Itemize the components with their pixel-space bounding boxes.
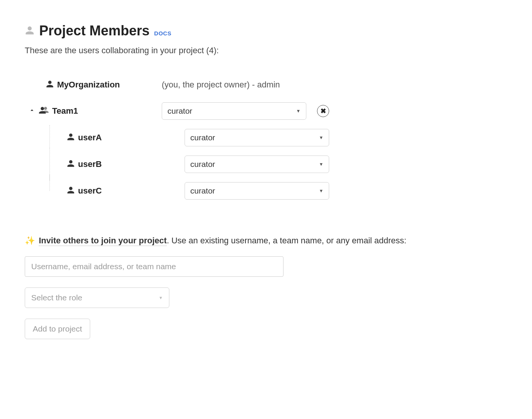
caret-down-icon: ▼ (159, 295, 163, 300)
user-icon (67, 133, 75, 143)
invite-heading-rest: . Use an existing username, a team name,… (167, 236, 406, 245)
tree-line (49, 175, 50, 191)
invite-heading: ✨ Invite others to join your project. Us… (25, 236, 507, 246)
invite-role-select[interactable]: Select the role ▼ (25, 287, 169, 308)
owner-row: MyOrganization (you, the project owner) … (25, 76, 507, 93)
team-name: Team1 (52, 106, 78, 116)
team-role-value: curator (167, 106, 192, 116)
docs-link[interactable]: DOCS (154, 30, 171, 37)
member-name: userC (78, 186, 102, 196)
subtitle-text: These are the users collaborating in you… (25, 46, 507, 56)
member-role-select[interactable]: curator ▼ (185, 129, 329, 146)
member-name: userB (78, 159, 102, 169)
remove-team-button[interactable]: ✖ (317, 105, 329, 117)
invite-username-input[interactable] (25, 256, 284, 277)
page-title: Project Members (25, 23, 150, 39)
add-to-project-button[interactable]: Add to project (25, 319, 90, 339)
caret-down-icon: ▼ (319, 135, 323, 140)
owner-name: MyOrganization (57, 80, 120, 90)
team-member-row: userA curator ▼ (25, 129, 507, 146)
team-icon (38, 106, 49, 116)
member-role-value: curator (190, 186, 215, 195)
caret-down-icon: ▼ (319, 162, 323, 167)
user-icon (46, 80, 54, 90)
invite-heading-strong: Invite others to join your project (39, 236, 167, 246)
member-role-select[interactable]: curator ▼ (185, 156, 329, 173)
team-member-row: userB curator ▼ (25, 156, 507, 173)
user-silhouette-icon (25, 23, 35, 39)
team-row: Team1 curator ▼ ✖ (25, 102, 507, 120)
caret-down-icon: ▼ (296, 108, 301, 114)
user-icon (67, 186, 75, 196)
page-title-text: Project Members (39, 23, 150, 39)
close-icon: ✖ (320, 107, 326, 115)
member-role-value: curator (190, 160, 215, 169)
user-icon (67, 159, 75, 169)
members-list: MyOrganization (you, the project owner) … (25, 76, 507, 200)
member-name: userA (78, 133, 102, 143)
member-role-value: curator (190, 133, 215, 142)
team-role-select[interactable]: curator ▼ (162, 102, 306, 120)
invite-section: ✨ Invite others to join your project. Us… (25, 236, 507, 339)
sparkles-icon: ✨ (25, 236, 35, 246)
team-member-row: userC curator ▼ (25, 182, 507, 200)
owner-note: (you, the project owner) - admin (162, 80, 280, 90)
collapse-icon[interactable] (29, 107, 35, 115)
invite-role-placeholder: Select the role (31, 293, 82, 302)
member-role-select[interactable]: curator ▼ (185, 182, 329, 200)
caret-down-icon: ▼ (319, 188, 323, 194)
